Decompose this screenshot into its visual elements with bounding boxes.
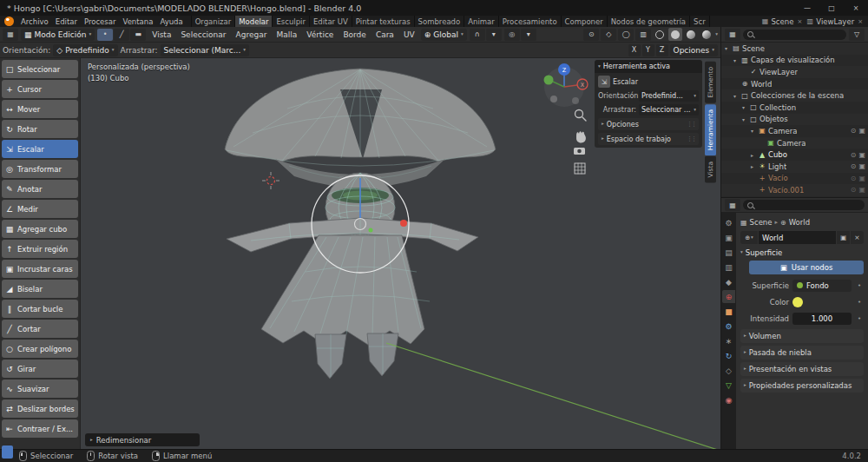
eye-icon[interactable]: ⊙: [851, 162, 857, 170]
menu-agregar[interactable]: Agregar: [233, 30, 271, 39]
menu-vertice[interactable]: Vértice: [303, 30, 337, 39]
menu-borde[interactable]: Borde: [339, 30, 369, 39]
properties-tab-particles[interactable]: ∗: [722, 334, 735, 347]
camera-view-icon[interactable]: [574, 148, 585, 155]
shading-solid-button[interactable]: [668, 28, 682, 41]
menu-seleccionar[interactable]: Seleccionar: [177, 30, 229, 39]
panel-section-opciones[interactable]: ▸ Opciones ⋮⋮: [598, 118, 699, 130]
properties-editor-type-button[interactable]: ▦: [725, 199, 740, 211]
properties-tab-render[interactable]: ▣: [722, 231, 735, 244]
proportional-edit-icon[interactable]: ◎: [504, 29, 520, 41]
tool-agregar-cubo[interactable]: ▦Agregar cubo: [2, 220, 78, 238]
minimize-button[interactable]: —: [795, 0, 819, 16]
outliner-row-world[interactable]: ⊕World: [721, 78, 868, 90]
properties-tab-viewlayer[interactable]: ▥: [722, 261, 735, 274]
viewlayer-unlink-icon[interactable]: ×: [856, 18, 865, 25]
decorator-dot[interactable]: •: [855, 282, 864, 289]
operator-panel[interactable]: ▸ Redimensionar: [85, 433, 200, 446]
tool-girar[interactable]: ↺Girar: [2, 360, 78, 378]
outliner-row-light[interactable]: ▸☀Light⊙▣: [721, 161, 868, 173]
filter-funnel-icon[interactable]: ▽: [849, 29, 865, 41]
new-world-button[interactable]: ▣: [837, 231, 850, 244]
panel-volumen[interactable]: ▸Volumen: [740, 329, 864, 343]
options-dropdown[interactable]: Opciones ▾: [670, 44, 718, 56]
panel-presentacion-vistas[interactable]: ▸Presentación en vistas: [740, 362, 864, 376]
nav-axis-back[interactable]: [550, 96, 557, 102]
properties-tab-scene[interactable]: ◆: [722, 275, 735, 288]
tool-biselar[interactable]: ◢Biselar: [2, 280, 78, 298]
outliner-row-scene-collection[interactable]: ▾□Colecciones de la escena: [721, 89, 868, 102]
panel-propiedades-personalizadas[interactable]: ▸Propiedades personalizadas: [740, 379, 864, 393]
orientation-selector[interactable]: ◇ Predefinido ▾: [53, 44, 117, 56]
render-visibility-icon[interactable]: ▣: [858, 151, 865, 159]
properties-tab-world[interactable]: ⊕: [722, 290, 735, 303]
mirror-x-toggle[interactable]: X: [628, 44, 641, 56]
browse-world-button[interactable]: ⊕▾: [740, 231, 758, 244]
panel-orientation-selector[interactable]: Predefinid... ▾: [639, 90, 699, 102]
properties-tab-modifiers[interactable]: ⚙: [722, 320, 735, 333]
tool-suavizar[interactable]: ∿Suavizar: [2, 380, 78, 398]
render-visibility-icon[interactable]: ▣: [858, 186, 865, 194]
scene-selector[interactable]: Scene: [771, 17, 793, 26]
properties-tab-physics[interactable]: ↻: [722, 349, 735, 362]
shading-dropdown-icon[interactable]: ▾: [715, 32, 718, 37]
shading-material-button[interactable]: [684, 28, 698, 41]
shading-wireframe-button[interactable]: [653, 28, 667, 41]
panel-section-espacio[interactable]: ▸ Espacio de trabajo ⋮⋮: [598, 133, 699, 145]
tool-cortar-bucle[interactable]: ∥Cortar bucle: [2, 300, 78, 318]
menu-vista[interactable]: Vista: [148, 30, 174, 39]
outliner-row-camera[interactable]: ▾▣Camera⊙▣: [721, 125, 868, 137]
shading-rendered-button[interactable]: [700, 28, 713, 41]
editor-type-button[interactable]: ▦: [3, 29, 18, 41]
drag-selector[interactable]: Seleccionar (Marc... ▾: [161, 44, 250, 56]
tool-cortar[interactable]: ╱Cortar: [2, 320, 78, 338]
outliner-row-viewlayers[interactable]: ▾▥Capas de visualización: [721, 55, 868, 67]
sidebar-tab-elemento[interactable]: Elemento: [705, 62, 716, 103]
maximize-button[interactable]: □: [819, 0, 844, 16]
grid-ortho-icon[interactable]: [575, 163, 585, 174]
menu-procesar[interactable]: Procesar: [81, 16, 120, 27]
render-visibility-icon[interactable]: ▣: [858, 127, 865, 135]
transform-orientation-selector[interactable]: ⊕ Global ▾: [421, 29, 467, 41]
properties-tab-data[interactable]: ▽: [722, 379, 735, 392]
outliner-row-vacio-001[interactable]: +Vacío.001⊙▣: [721, 184, 868, 196]
menu-editar[interactable]: Editar: [52, 16, 81, 27]
outliner-editor-type-button[interactable]: ▦: [725, 29, 740, 41]
panel-drag-selector[interactable]: Seleccionar ... ▾: [639, 104, 699, 116]
properties-tab-tool[interactable]: ⚙: [722, 216, 735, 229]
outliner-row-scene[interactable]: ▾▤Scene: [721, 43, 868, 55]
tool-seleccionar[interactable]: □Seleccionar: [2, 60, 78, 78]
outliner-search-input[interactable]: [743, 30, 846, 40]
menu-malla[interactable]: Malla: [273, 30, 300, 39]
tool-extruir-region[interactable]: ↑Extruir región: [2, 240, 78, 258]
menu-archivo[interactable]: Archivo: [17, 16, 52, 27]
workspace-tab-sombreado[interactable]: Sombreado: [415, 16, 465, 27]
tool-cursor[interactable]: +Cursor: [2, 80, 78, 98]
workspace-tab-nodos-geometria[interactable]: Nodos de geometría: [608, 16, 690, 27]
nav-y-axis[interactable]: [544, 76, 554, 85]
magnet-icon[interactable]: ∩: [470, 29, 485, 41]
navigation-gizmo[interactable]: Z X: [544, 63, 589, 107]
decorator-dot[interactable]: •: [855, 299, 864, 306]
gizmos-toggle-icon[interactable]: ◇: [601, 29, 616, 41]
workspace-tab-editar-uv[interactable]: Editar UV: [310, 16, 352, 27]
workspace-tab-modelar[interactable]: Modelar: [235, 16, 273, 27]
zoom-icon[interactable]: [575, 110, 587, 122]
workspace-tab-esculpir[interactable]: Esculpir: [273, 16, 309, 27]
workspace-tab-organizar[interactable]: Organizar: [192, 16, 236, 27]
snap-dropdown[interactable]: ▾: [486, 29, 502, 41]
workspace-tab-overflow[interactable]: Scr: [690, 16, 710, 27]
tool-deslizar-bordes[interactable]: ⇄Deslizar bordes: [2, 399, 78, 418]
surface-shader-selector[interactable]: Fondo: [792, 280, 852, 292]
panel-pasada-niebla[interactable]: ▸Pasada de niebla: [740, 346, 864, 360]
viewlayer-selector[interactable]: ViewLayer: [816, 17, 854, 26]
properties-tab-constraints[interactable]: ◇: [722, 364, 735, 377]
mirror-z-toggle[interactable]: Z: [656, 44, 668, 56]
tool-anotar[interactable]: ✎Anotar: [2, 180, 78, 198]
render-visibility-icon[interactable]: ▣: [858, 175, 865, 182]
tool-transformar[interactable]: ◎Transformar: [2, 160, 78, 178]
tool-medir[interactable]: ∠Medir: [2, 200, 78, 218]
edge-select-button[interactable]: ╱: [114, 29, 129, 41]
outliner-row-cubo[interactable]: ▸▲Cubo⊙▣: [721, 148, 868, 161]
sidebar-tab-vista[interactable]: Vista: [705, 156, 716, 183]
